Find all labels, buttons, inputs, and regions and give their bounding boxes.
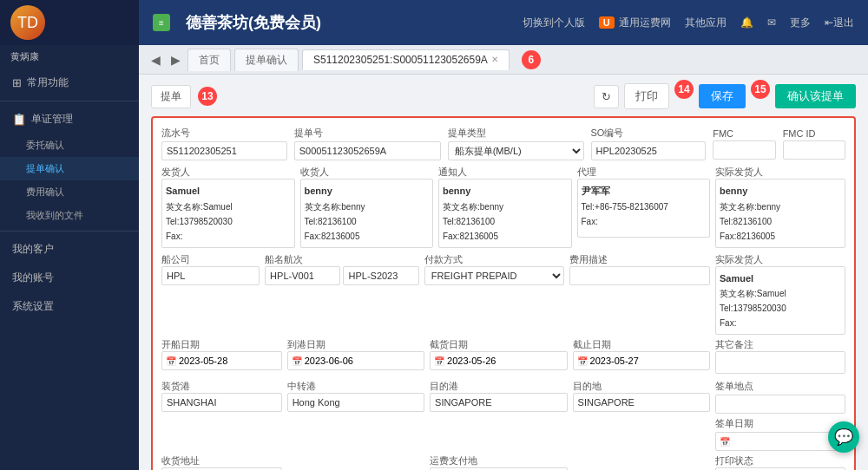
sidebar-item-common[interactable]: ⊞ 常用功能 bbox=[0, 69, 139, 97]
flow-no-group: 流水号 bbox=[161, 127, 287, 160]
arrival-date-label: 到港日期 bbox=[287, 338, 424, 351]
logout-link[interactable]: ⇤退出 bbox=[825, 16, 854, 30]
actual-consignee-detail: 英文名称:SamuelTel:13798520030Fax: bbox=[720, 286, 841, 330]
fmc-id-group: FMC ID bbox=[783, 128, 845, 160]
fee-desc-label: 费用描述 bbox=[569, 253, 710, 266]
shipping-row: 船公司 船名航次 付款方式 FREIGHT PREPAID bbox=[161, 253, 845, 336]
shipping-co-label: 船公司 bbox=[161, 253, 260, 266]
sidebar-divider bbox=[0, 101, 139, 101]
breadcrumb-btn[interactable]: 提单 bbox=[151, 85, 191, 108]
agent-block[interactable]: 尹军军 Tel:+86-755-82136007Fax: bbox=[577, 179, 711, 238]
bill-type-select[interactable]: 船东提单(MB/L) bbox=[448, 141, 584, 160]
notify-block[interactable]: benny 英文名称:bennyTel:82136100Fax:82136005 bbox=[438, 179, 572, 248]
fee-desc-input[interactable] bbox=[569, 266, 710, 285]
loading-port-input[interactable] bbox=[161, 393, 282, 412]
agent-detail: Tel:+86-755-82136007Fax: bbox=[582, 199, 707, 229]
vessel2-input[interactable] bbox=[343, 266, 418, 285]
sidebar-nav: ⊞ 常用功能 📋 单证管理 委托确认 提单确认 费用确认 我收到的文件 我的客户… bbox=[0, 69, 139, 470]
loading-date-value[interactable]: 2023-05-26 bbox=[447, 356, 496, 366]
consignee-group: 收货人 benny 英文名称:bennyTel:82136100Fax:8213… bbox=[300, 166, 434, 248]
sign-group: 签单地点 签单日期 📅 bbox=[715, 380, 845, 451]
actual-consignee-block[interactable]: Samuel 英文名称:SamuelTel:13798520030Fax: bbox=[715, 266, 845, 336]
flow-no-label: 流水号 bbox=[161, 127, 287, 140]
dest-place-input[interactable] bbox=[573, 393, 710, 412]
tab-prev-btn[interactable]: ◀ bbox=[148, 51, 164, 69]
loading-port-group: 装货港 bbox=[161, 380, 282, 451]
more-icon[interactable]: 更多 bbox=[790, 16, 811, 30]
sidebar-item-received[interactable]: 我收到的文件 bbox=[0, 204, 139, 227]
vessel1-input[interactable] bbox=[265, 266, 340, 285]
sign-place-input[interactable] bbox=[715, 395, 845, 414]
tab-active[interactable]: S511202305251:S00051123052659A ✕ bbox=[302, 49, 510, 70]
loading-port-label: 装货港 bbox=[161, 380, 282, 393]
sidebar-item-my-customer[interactable]: 我的客户 bbox=[0, 235, 139, 264]
app-logo-icon: TD bbox=[10, 5, 45, 40]
chat-fab[interactable]: 💬 bbox=[828, 421, 859, 453]
other-notes1-label: 其它备注 bbox=[715, 338, 845, 351]
payment-select[interactable]: FREIGHT PREPAID bbox=[424, 266, 565, 285]
so-no-input[interactable] bbox=[591, 141, 707, 160]
save-btn[interactable]: 保存 bbox=[699, 84, 746, 108]
depart-date-value[interactable]: 2023-05-28 bbox=[179, 356, 227, 366]
actual-consignee-label: 实际发货人 bbox=[715, 253, 845, 266]
general-shipping-link[interactable]: U 通用运费网 bbox=[599, 16, 671, 30]
switch-personal-link[interactable]: 切换到个人版 bbox=[523, 16, 585, 30]
consignee-block[interactable]: benny 英文名称:bennyTel:82136100Fax:82136005 bbox=[300, 179, 434, 248]
refresh-btn[interactable]: ↻ bbox=[594, 85, 619, 108]
actual-shipper-name: benny bbox=[720, 183, 841, 199]
payment-label: 付款方式 bbox=[424, 253, 565, 266]
cutoff-date-value[interactable]: 2023-05-27 bbox=[590, 356, 639, 366]
shipper-detail: 英文名称:SamuelTel:13798520030Fax: bbox=[166, 199, 291, 244]
flow-no-input[interactable] bbox=[161, 141, 287, 160]
top-bar-right: 切换到个人版 U 通用运费网 其他应用 🔔 ✉ 更多 ⇤退出 bbox=[523, 16, 854, 30]
menu-icon[interactable]: ≡ bbox=[153, 14, 170, 31]
sidebar-item-my-account[interactable]: 我的账号 bbox=[0, 264, 139, 292]
sidebar-item-entrust[interactable]: 委托确认 bbox=[0, 134, 139, 157]
grid-icon: ⊞ bbox=[12, 76, 22, 89]
other-apps-link[interactable]: 其他应用 bbox=[685, 16, 727, 30]
consignee-addr-label: 收货地址 bbox=[161, 454, 282, 467]
sidebar-item-settings[interactable]: 系统设置 bbox=[0, 292, 139, 321]
freight-pay-group: 运费支付地 bbox=[430, 454, 567, 470]
other-notes1-input[interactable] bbox=[715, 351, 845, 374]
actual-shipper-block[interactable]: benny 英文名称:bennyTel:82136100Fax:82136005 bbox=[715, 179, 845, 248]
confirm-btn[interactable]: 确认该提单 bbox=[775, 84, 856, 108]
shipping-co-input[interactable] bbox=[161, 266, 260, 285]
bill-no-label: 提单号 bbox=[294, 127, 441, 140]
tab-entrust-confirm[interactable]: 提单确认 bbox=[234, 49, 299, 71]
actual-shipper-detail: 英文名称:bennyTel:82136100Fax:82136005 bbox=[720, 199, 841, 244]
agent-name: 尹军军 bbox=[582, 183, 707, 199]
fmc-id-input[interactable] bbox=[783, 140, 845, 160]
so-no-label: SO编号 bbox=[591, 127, 707, 140]
action-right: ↻ 打印 14 保存 15 确认该提单 bbox=[594, 83, 856, 109]
agent-label: 代理 bbox=[577, 166, 711, 179]
dest-port-input[interactable] bbox=[430, 393, 567, 412]
tab-close-btn[interactable]: ✕ bbox=[491, 55, 498, 64]
consignee-addr-group: 收货地址 bbox=[161, 454, 282, 470]
tab-next-btn[interactable]: ▶ bbox=[168, 51, 184, 69]
sidebar-item-doc-mgmt[interactable]: 📋 单证管理 bbox=[0, 105, 139, 134]
actual-consignee-group: 实际发货人 Samuel 英文名称:SamuelTel:13798520030F… bbox=[715, 253, 845, 336]
u-badge: U bbox=[599, 16, 615, 29]
fee-desc-group: 费用描述 bbox=[569, 253, 710, 336]
vessel-label: 船名航次 bbox=[265, 253, 419, 266]
sign-place-label: 签单地点 bbox=[715, 380, 845, 393]
fmc-input[interactable] bbox=[713, 140, 775, 160]
bill-no-input[interactable] bbox=[294, 141, 441, 160]
parties-row: 发货人 Samuel 英文名称:SamuelTel:13798520030Fax… bbox=[161, 166, 845, 248]
arrival-date-value[interactable]: 2023-06-06 bbox=[305, 356, 353, 366]
notification-icon[interactable]: 🔔 bbox=[740, 16, 753, 29]
sidebar-item-submit[interactable]: 提单确认 bbox=[0, 157, 139, 180]
cutoff-date-group: 截止日期 📅 2023-05-27 bbox=[573, 338, 710, 376]
app-title: 德善茶坊(免费会员) bbox=[186, 12, 321, 33]
action-row: 提单 13 ↻ 打印 14 保存 15 确认该提单 bbox=[151, 83, 856, 109]
message-icon[interactable]: ✉ bbox=[767, 16, 776, 29]
transship-input[interactable] bbox=[287, 393, 424, 412]
loading-date-label: 截货日期 bbox=[430, 338, 567, 351]
shipper-block[interactable]: Samuel 英文名称:SamuelTel:13798520030Fax: bbox=[161, 179, 295, 248]
notify-name: benny bbox=[443, 183, 568, 199]
sidebar-item-fee[interactable]: 费用确认 bbox=[0, 180, 139, 204]
tab-home[interactable]: 首页 bbox=[187, 49, 231, 71]
print-btn[interactable]: 打印 bbox=[624, 83, 669, 109]
depart-date-group: 开船日期 📅 2023-05-28 bbox=[161, 338, 282, 376]
